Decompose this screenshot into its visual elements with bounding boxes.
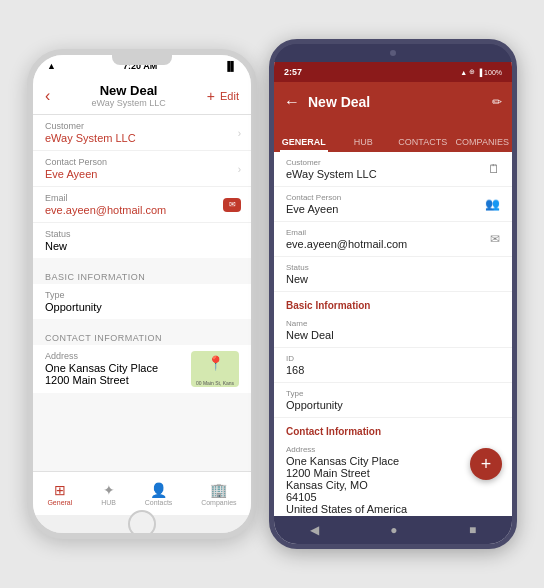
- iphone-customer-section: Customer eWay System LLC › Contact Perso…: [33, 115, 251, 258]
- android-contact-value: Eve Ayeen: [286, 203, 481, 215]
- android-wifi-icon: ⊕: [469, 68, 475, 76]
- iphone-contact-value: Eve Ayeen: [45, 168, 239, 180]
- android-address-label: Address: [286, 445, 500, 454]
- iphone-status-label: Status: [45, 229, 239, 239]
- android-name-field: Name New Deal: [274, 313, 512, 348]
- android-address-line5: United States of America: [286, 503, 500, 515]
- iphone-tab-general-label: General: [47, 499, 72, 506]
- android-contact-info-header: Contact Information: [274, 418, 512, 439]
- iphone-chevron-icon: ›: [238, 127, 241, 138]
- iphone-edit-label: Edit: [220, 90, 239, 102]
- android-address-line4: 64105: [286, 491, 500, 503]
- android-tab-general[interactable]: GENERAL: [274, 137, 334, 152]
- iphone-chevron-icon: ›: [238, 163, 241, 174]
- android-customer-label: Customer: [286, 158, 484, 167]
- iphone-tab-contacts[interactable]: 👤 Contacts: [145, 482, 173, 506]
- iphone-device: ▲ 7:20 AM ▐▌ ‹ New Deal eWay System LLC …: [27, 49, 257, 539]
- iphone-tab-hub[interactable]: ✦ HUB: [101, 482, 116, 506]
- android-nav-recent-button[interactable]: ■: [469, 523, 476, 537]
- android-id-field: ID 168: [274, 348, 512, 383]
- iphone-home-button[interactable]: [128, 510, 156, 538]
- android-device: 2:57 ▲ ⊕ ▐ 100% ← New Deal ✏ GENERAL HUB…: [269, 39, 517, 549]
- iphone-contact-info-section: Address One Kansas City Place 1200 Main …: [33, 345, 251, 393]
- iphone-address-label: Address: [45, 351, 185, 361]
- android-name-label: Name: [286, 319, 500, 328]
- iphone-status-row[interactable]: Status New: [33, 223, 251, 258]
- android-contact-field: Contact Person Eve Ayeen 👥: [274, 187, 512, 222]
- android-nav-bar: ◀ ● ■: [274, 516, 512, 544]
- iphone-contacts-icon: 👤: [150, 482, 167, 498]
- android-name-value: New Deal: [286, 329, 500, 341]
- android-tab-companies[interactable]: COMPANIES: [453, 137, 513, 152]
- iphone-address-row[interactable]: Address One Kansas City Place 1200 Main …: [33, 345, 251, 393]
- android-content: Customer eWay System LLC 🗒 Contact Perso…: [274, 152, 512, 516]
- android-edit-button[interactable]: ✏: [492, 95, 502, 109]
- iphone-tab-bar: ⊞ General ✦ HUB 👤 Contacts 🏢 Companies: [33, 471, 251, 515]
- android-address-line1: One Kansas City Place: [286, 455, 500, 467]
- android-status-bar: 2:57 ▲ ⊕ ▐ 100%: [274, 62, 512, 82]
- iphone-notch: [112, 55, 172, 65]
- iphone-content: Customer eWay System LLC › Contact Perso…: [33, 115, 251, 471]
- android-email-field: Email eve.ayeen@hotmail.com ✉: [274, 222, 512, 257]
- android-type-label: Type: [286, 389, 500, 398]
- android-status-value: New: [286, 273, 500, 285]
- iphone-tab-companies[interactable]: 🏢 Companies: [201, 482, 236, 506]
- android-screen: 2:57 ▲ ⊕ ▐ 100% ← New Deal ✏ GENERAL HUB…: [274, 62, 512, 544]
- iphone-contact-info-header: CONTACT INFORMATION: [33, 327, 251, 345]
- android-fab-button[interactable]: +: [470, 448, 502, 480]
- iphone-map-label: 00 Main St, Kans: [191, 380, 239, 386]
- iphone-page-subtitle: eWay System LLC: [50, 98, 207, 108]
- android-camera-dot: [390, 50, 396, 56]
- iphone-companies-icon: 🏢: [210, 482, 227, 498]
- android-type-field: Type Opportunity: [274, 383, 512, 418]
- android-address-line2: 1200 Main Street: [286, 467, 500, 479]
- iphone-home-indicator: [33, 515, 251, 533]
- iphone-edit-button[interactable]: + Edit: [207, 88, 239, 104]
- iphone-customer-label: Customer: [45, 121, 239, 131]
- android-email-icon: ✉: [490, 232, 500, 246]
- android-nav-home-button[interactable]: ●: [390, 523, 397, 537]
- iphone-contact-row[interactable]: Contact Person Eve Ayeen ›: [33, 151, 251, 187]
- iphone-add-icon: +: [207, 88, 215, 104]
- android-tab-contacts[interactable]: CONTACTS: [393, 137, 453, 152]
- android-contact-label: Contact Person: [286, 193, 481, 202]
- iphone-email-value: eve.ayeen@hotmail.com: [45, 204, 239, 216]
- iphone-map-thumbnail: 📍 00 Main St, Kans: [191, 351, 239, 387]
- iphone-address-text: Address One Kansas City Place 1200 Main …: [45, 351, 185, 386]
- android-address-line3: Kansas City, MO: [286, 479, 500, 491]
- iphone-address-line1: One Kansas City Place: [45, 362, 185, 374]
- android-battery-icon: ▐ 100%: [477, 69, 502, 76]
- android-toolbar-title: New Deal: [308, 94, 484, 110]
- iphone-status-value: New: [45, 240, 239, 252]
- iphone-header: ‹ New Deal eWay System LLC + Edit: [33, 77, 251, 115]
- android-type-value: Opportunity: [286, 399, 500, 411]
- android-status-label: Status: [286, 263, 500, 272]
- iphone-page-title: New Deal: [50, 83, 207, 98]
- android-id-label: ID: [286, 354, 500, 363]
- iphone-tab-contacts-label: Contacts: [145, 499, 173, 506]
- iphone-type-row[interactable]: Type Opportunity: [33, 284, 251, 319]
- iphone-email-row[interactable]: Email eve.ayeen@hotmail.com ✉: [33, 187, 251, 223]
- android-nav-back-button[interactable]: ◀: [310, 523, 319, 537]
- iphone-customer-row[interactable]: Customer eWay System LLC ›: [33, 115, 251, 151]
- iphone-tab-hub-label: HUB: [101, 499, 116, 506]
- iphone-tab-companies-label: Companies: [201, 499, 236, 506]
- android-contact-icon: 👥: [485, 197, 500, 211]
- android-tab-hub[interactable]: HUB: [334, 137, 394, 152]
- iphone-general-icon: ⊞: [54, 482, 66, 498]
- iphone-email-icon: ✉: [223, 198, 241, 212]
- android-basic-header: Basic Information: [274, 292, 512, 313]
- iphone-battery-icon: ▐▌: [224, 61, 237, 71]
- android-time: 2:57: [284, 67, 302, 77]
- iphone-contact-label: Contact Person: [45, 157, 239, 167]
- iphone-type-label: Type: [45, 290, 239, 300]
- iphone-type-value: Opportunity: [45, 301, 239, 313]
- android-customer-value: eWay System LLC: [286, 168, 484, 180]
- iphone-hub-icon: ✦: [103, 482, 115, 498]
- iphone-tab-general[interactable]: ⊞ General: [47, 482, 72, 506]
- android-toolbar: ← New Deal ✏: [274, 82, 512, 122]
- iphone-wifi-icon: ▲: [47, 61, 56, 71]
- iphone-map-pin-icon: 📍: [207, 355, 224, 371]
- android-back-button[interactable]: ←: [284, 93, 300, 111]
- android-customer-field: Customer eWay System LLC 🗒: [274, 152, 512, 187]
